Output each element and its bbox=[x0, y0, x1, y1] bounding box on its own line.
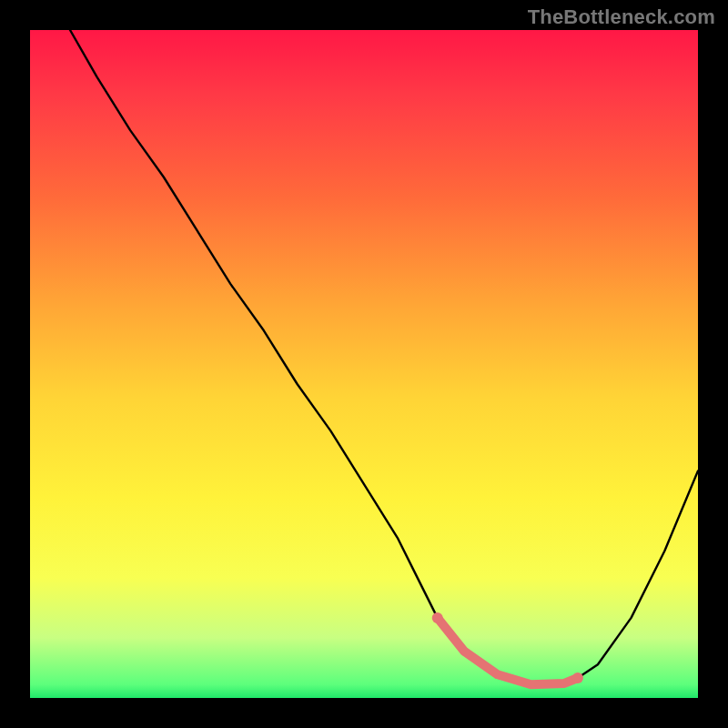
chart-svg bbox=[30, 30, 698, 698]
chart-frame: TheBottleneck.com bbox=[0, 0, 728, 728]
optimal-range-start-dot bbox=[432, 612, 443, 623]
bottleneck-curve bbox=[70, 30, 698, 684]
watermark-text: TheBottleneck.com bbox=[528, 5, 715, 29]
plot-area bbox=[30, 30, 698, 698]
optimal-range-marker bbox=[438, 618, 578, 684]
optimal-range-end-dot bbox=[572, 672, 583, 683]
